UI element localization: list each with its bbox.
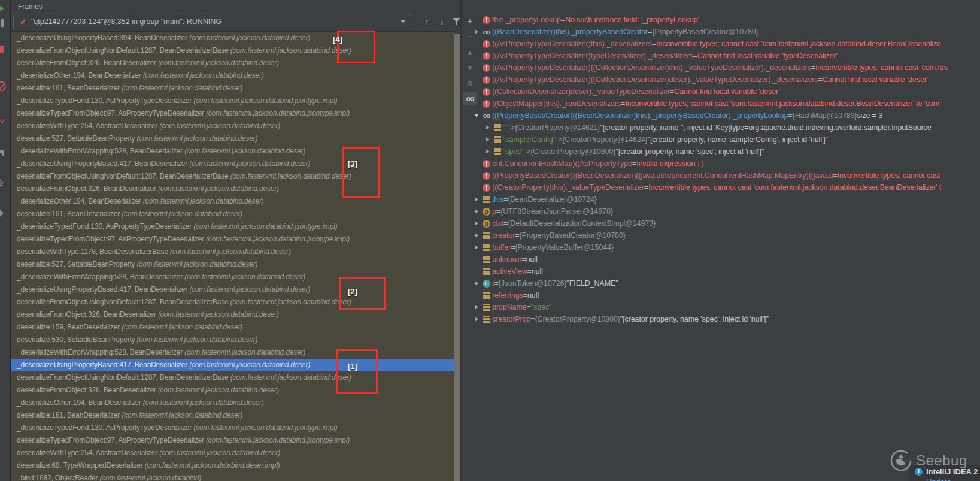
frame-row[interactable]: deserialize:159, BeanDeserializer (com.f… — [11, 321, 454, 334]
update-link[interactable]: Update — [926, 477, 951, 481]
frame-row[interactable]: _deserializeOther:194, BeanDeserializer … — [11, 69, 454, 82]
expand-arrow-icon[interactable] — [475, 197, 478, 202]
frame-row[interactable]: _bind:1682, ObjectReader (com.fasterxml.… — [11, 472, 454, 481]
frame-row[interactable]: deserializeFromObjectUsingNonDefault:128… — [11, 371, 454, 384]
frame-package: (com.fasterxml.jackson.databind.deser) — [230, 298, 351, 306]
variable-row[interactable]: "spec" -> {CreatorProperty@10800} "[crea… — [472, 146, 980, 158]
expand-arrow-icon[interactable] — [475, 221, 478, 226]
frame-row[interactable]: deserializeFromObject:326, BeanDeseriali… — [11, 183, 454, 195]
frame-row[interactable]: _deserializeWithErrorWrapping:528, BeanD… — [11, 346, 454, 359]
frame-row[interactable]: deserializeWithType:254, AbstractDeseria… — [11, 447, 454, 459]
frame-row[interactable]: deserializeWithType:1178, BeanDeserializ… — [11, 246, 454, 258]
frame-row[interactable]: _deserializeWithErrorWrapping:528, BeanD… — [11, 271, 454, 283]
thread-running-icon: ✔ — [20, 17, 26, 26]
frame-row[interactable]: deserialize:161, BeanDeserializer (com.f… — [11, 208, 454, 220]
frame-row[interactable]: deserialize:161, BeanDeserializer (com.f… — [11, 409, 454, 422]
variable-value: {CreatorProperty@14621} — [515, 123, 600, 132]
variable-row[interactable]: ((PropertyBasedCreator)((BeanDeserialize… — [472, 110, 980, 122]
expand-arrow-icon[interactable] — [475, 209, 478, 214]
variable-row[interactable]: propName = "spec" — [472, 301, 980, 313]
variable-value: = — [621, 99, 625, 108]
variable-row[interactable]: this = {BeanDeserializer@10724} — [472, 193, 980, 205]
resume-icon[interactable] — [0, 4, 4, 13]
frame-row[interactable]: deserializeWithType:254, AbstractDeseria… — [11, 120, 454, 132]
variable-row[interactable]: ((AsPropertyTypeDeserializer)((Collectio… — [472, 62, 980, 74]
frame-row[interactable]: deserializeTypedFromObject:97, AsPropert… — [11, 434, 454, 447]
frame-row[interactable]: _deserializeUsingPropertyBased:417, Bean… — [11, 158, 454, 170]
view-breakpoints-icon[interactable]: ✓✓ — [0, 117, 6, 127]
variable-row[interactable]: t = {JsonToken@10726} "FIELD_NAME" — [472, 277, 980, 289]
variable-row[interactable]: ctxt = {DefaultDeserializationContext$Im… — [472, 217, 980, 229]
variable-row[interactable]: buffer = {PropertyValueBuffer@15044} — [472, 241, 980, 253]
frame-row[interactable]: deserializeFromObject:326, BeanDeseriali… — [11, 384, 454, 397]
frame-row[interactable]: deserializeTypedFromObject:97, AsPropert… — [11, 233, 454, 246]
frame-row[interactable]: deserializeFromObject:326, BeanDeseriali… — [11, 57, 454, 69]
variable-row[interactable]: ((CollectionDeserializer)deser)._valueTy… — [472, 86, 980, 98]
variable-row[interactable]: p = {UTF8StreamJsonParser@14978} — [472, 205, 980, 217]
frames-scrollbar[interactable] — [454, 34, 460, 481]
variable-row[interactable]: "samplerConfig" -> {CreatorProperty@1462… — [472, 134, 980, 146]
error-text: Inconvertible types; cannot cast 'com.fa… — [656, 40, 941, 48]
frame-row[interactable]: _deserializeUsingPropertyBased:394, Bean… — [11, 32, 454, 44]
expand-arrow-icon[interactable] — [475, 317, 478, 322]
frame-package: (com.fasterxml.jackson.databind.deser.im… — [145, 461, 280, 470]
frame-package: (com.fasterxml.jackson.databind.deser) — [230, 46, 351, 55]
frame-row[interactable]: _deserializeTypedForId:130, AsPropertyTy… — [11, 95, 454, 107]
frame-row[interactable]: deserialize:530, SettableBeanProperty (c… — [11, 334, 454, 346]
expand-arrow-icon[interactable] — [486, 137, 489, 142]
stop-icon[interactable] — [0, 46, 4, 53]
frame-down-button[interactable]: ↓ — [436, 16, 447, 27]
expand-arrow-icon[interactable] — [475, 305, 478, 310]
variable-row[interactable]: ((AsPropertyTypeDeserializer)typeDeseria… — [472, 50, 980, 62]
variable-row[interactable]: ent.ConcurrentHashMap)((AsPropertyType =… — [472, 158, 980, 170]
frame-method: deserializeTypedFromObject:97, AsPropert… — [17, 436, 206, 444]
variable-value: = — [811, 63, 815, 72]
expand-arrow-icon[interactable] — [486, 125, 489, 130]
variable-row[interactable]: ((PropertyBasedCreator)((BeanDeserialize… — [472, 170, 980, 181]
frame-row[interactable]: deserialize:527, SettableBeanProperty (c… — [11, 132, 454, 145]
variable-row[interactable]: ((BeanDeserializer)this)._propertyBasedC… — [472, 26, 980, 38]
frame-row[interactable]: deserialize:527, SettableBeanProperty (c… — [11, 258, 454, 271]
frame-row[interactable]: _deserializeWithErrorWrapping:528, BeanD… — [11, 145, 454, 158]
expand-arrow-icon[interactable] — [475, 233, 478, 238]
variable-row[interactable]: activeView = null — [472, 265, 980, 277]
pause-icon[interactable] — [0, 19, 4, 27]
frame-row[interactable]: deserializeFromObject:326, BeanDeseriali… — [11, 308, 454, 321]
pin-tab-icon[interactable] — [0, 209, 4, 217]
frame-row[interactable]: _deserializeTypedForId:130, AsPropertyTy… — [11, 220, 454, 233]
frame-row[interactable]: _deserializeOther:194, BeanDeserializer … — [11, 397, 454, 409]
frame-row[interactable]: _deserializeOther:194, BeanDeserializer … — [11, 195, 454, 208]
variable-row[interactable]: unknown = null — [472, 253, 980, 265]
frame-row[interactable]: deserializeFromObjectUsingNonDefault:128… — [11, 296, 454, 308]
variable-row[interactable]: creatorProp = {CreatorProperty@10800} "[… — [472, 313, 980, 325]
frame-row[interactable]: deserialize:68, TypeWrappedDeserializer … — [11, 459, 454, 472]
variable-row[interactable]: referrings = null — [472, 289, 980, 301]
frame-row[interactable]: deserializeFromObjectUsingNonDefault:128… — [11, 44, 454, 57]
frame-row[interactable]: deserializeFromObjectUsingNonDefault:128… — [11, 170, 454, 183]
mute-breakpoints-icon[interactable] — [0, 81, 6, 91]
variable-row[interactable]: ((ObjectMapper)this)._rootDeserializers … — [472, 98, 980, 110]
frame-row[interactable]: deserializeTypedFromObject:97, AsPropert… — [11, 107, 454, 120]
error-icon — [483, 76, 490, 84]
variable-row[interactable]: creator = {PropertyBasedCreator@10780} — [472, 229, 980, 241]
variable-row[interactable]: ((AsPropertyTypeDeserializer)((Collectio… — [472, 74, 980, 86]
expand-arrow-icon[interactable] — [475, 245, 478, 250]
frame-row-selected[interactable]: _deserializeUsingPropertyBased:417, Bean… — [11, 359, 454, 371]
memory-snapshot-icon[interactable] — [0, 150, 4, 156]
expand-arrow-icon[interactable] — [475, 29, 478, 34]
expand-arrow-icon[interactable] — [475, 281, 478, 286]
expand-arrow-icon[interactable] — [486, 149, 489, 154]
variable-row[interactable]: ((AsPropertyTypeDeserializer)this)._dese… — [472, 38, 980, 50]
frame-up-button[interactable]: ↑ — [421, 16, 432, 27]
collapse-arrow-icon[interactable] — [474, 114, 479, 117]
variable-row[interactable]: ((CreatorProperty)this)._valueTypeDeseri… — [472, 181, 980, 193]
frame-row[interactable]: _deserializeUsingPropertyBased:417, Bean… — [11, 283, 454, 296]
frame-row[interactable]: _deserializeTypedForId:130, AsPropertyTy… — [11, 422, 454, 434]
variable-row[interactable]: "" -> {CreatorProperty@14621} "[creator … — [472, 122, 980, 134]
frame-package: (com.fasterxml.jackson.databind.jsontype… — [193, 222, 337, 231]
icon-slot — [481, 220, 492, 228]
frame-row[interactable]: deserialize:161, BeanDeserializer (com.f… — [11, 82, 454, 95]
thread-selector-dropdown[interactable]: ✔ "qtp2142777203-124"@8,352 in group "ma… — [13, 14, 411, 29]
variable-row[interactable]: this._propertyLookup = No such instance … — [472, 14, 980, 26]
settings-gear-icon[interactable]: ⚙ — [0, 179, 6, 188]
